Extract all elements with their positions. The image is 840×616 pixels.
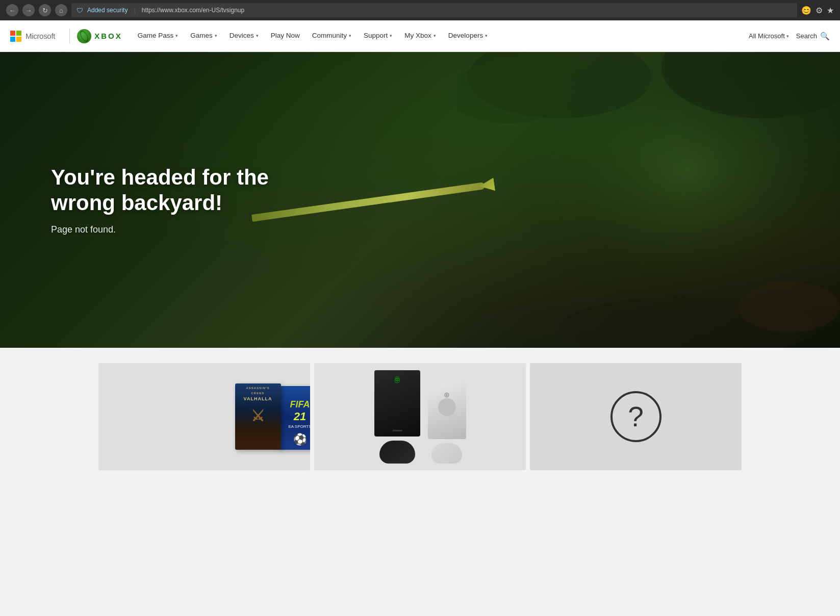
search-icon: 🔍 (820, 32, 830, 41)
favorites-icon[interactable]: ★ (827, 6, 834, 15)
nav-item-support[interactable]: Support ▾ (358, 20, 398, 52)
address-bar[interactable]: 🛡 Added security | https://www.xbox.com/… (71, 3, 797, 17)
nav-item-developers-label: Developers (448, 32, 483, 39)
nav-item-support-label: Support (364, 32, 388, 39)
games-card[interactable]: ASSASSIN'S CREED VALHALLA ⚔ FIFA 21 EA S… (98, 363, 310, 470)
xbox-series-x: ⊕ (374, 370, 420, 437)
nav-item-gamepass-label: Game Pass (138, 32, 174, 39)
nav-item-gamepass[interactable]: Game Pass ▾ (132, 20, 185, 52)
nav-item-games[interactable]: Games ▾ (184, 20, 223, 52)
back-button[interactable]: ← (6, 4, 18, 16)
shield-icon: 🛡 (77, 7, 83, 14)
all-microsoft-label: All Microsoft (749, 32, 785, 40)
home-button[interactable]: ⌂ (55, 4, 67, 16)
gamepass-chevron-icon: ▾ (175, 33, 178, 38)
nav-divider-1 (69, 29, 70, 44)
xbox-series-s (428, 383, 466, 439)
profile-icon[interactable]: 😊 (801, 6, 811, 15)
nav-right: All Microsoft ▾ Search 🔍 (749, 32, 830, 41)
hero-content: You're headed for the wrong backyard! Pa… (51, 165, 296, 235)
nav-item-myxbox[interactable]: My Xbox ▾ (398, 20, 442, 52)
cards-section: ASSASSIN'S CREED VALHALLA ⚔ FIFA 21 EA S… (0, 348, 840, 485)
microsoft-logo[interactable]: Microsoft (10, 31, 55, 42)
consoles-card[interactable]: ⊕ (314, 363, 526, 470)
nav-item-community[interactable]: Community ▾ (306, 20, 358, 52)
hero-character-svg (457, 52, 840, 348)
help-card[interactable]: ? (530, 363, 742, 470)
ac-valhalla-cover: ASSASSIN'S CREED VALHALLA ⚔ (235, 383, 281, 450)
navbar: Microsoft XBOX Game Pass ▾ Games ▾ Devic… (0, 20, 840, 52)
developers-chevron-icon: ▾ (485, 33, 488, 38)
support-chevron-icon: ▾ (390, 33, 392, 38)
hero-headline: You're headed for the wrong backyard! (51, 165, 296, 216)
nav-item-playnow[interactable]: Play Now (265, 20, 306, 52)
xbox-sphere-icon (77, 29, 91, 43)
xbox-series-x-controller (379, 441, 415, 464)
devices-chevron-icon: ▾ (256, 33, 259, 38)
security-badge: Added security (87, 7, 128, 14)
xbox-wordmark: XBOX (94, 32, 122, 40)
nav-item-devices-label: Devices (230, 32, 254, 39)
nav-item-community-label: Community (312, 32, 347, 39)
all-microsoft-link[interactable]: All Microsoft ▾ (749, 32, 789, 40)
address-divider: | (134, 7, 135, 14)
help-symbol: ? (628, 400, 644, 433)
hero-section: You're headed for the wrong backyard! Pa… (0, 52, 840, 348)
url-text: https://www.xbox.com/en-US/tvsignup (142, 7, 244, 14)
all-ms-chevron-icon: ▾ (786, 34, 789, 39)
browser-chrome: ← → ↻ ⌂ 🛡 Added security | https://www.x… (0, 0, 840, 20)
security-label: Added security (87, 7, 128, 14)
fifa21-cover: FIFA 21 EA SPORTS ⚽ (278, 386, 311, 450)
nav-item-devices[interactable]: Devices ▾ (223, 20, 265, 52)
refresh-button[interactable]: ↻ (39, 4, 51, 16)
search-button[interactable]: Search 🔍 (796, 32, 830, 41)
hero-subtext: Page not found. (51, 224, 296, 235)
nav-item-myxbox-label: My Xbox (404, 32, 431, 39)
ms-logo-grid (10, 31, 21, 42)
ac-cover-text: ASSASSIN'S CREED VALHALLA ⚔ (235, 383, 281, 429)
search-label: Search (796, 32, 817, 40)
browser-icons: 😊 ⚙ ★ (801, 6, 834, 15)
ms-logo-yellow (16, 37, 21, 42)
ms-logo-red (10, 31, 15, 36)
forward-button[interactable]: → (22, 4, 35, 16)
nav-item-developers[interactable]: Developers ▾ (442, 20, 494, 52)
extensions-icon[interactable]: ⚙ (816, 6, 823, 15)
nav-item-games-label: Games (190, 32, 213, 39)
ms-logo-green (16, 31, 21, 36)
xbox-logo[interactable]: XBOX (77, 29, 122, 43)
nav-item-playnow-label: Play Now (271, 32, 300, 39)
nav-items: Game Pass ▾ Games ▾ Devices ▾ Play Now C… (132, 20, 749, 52)
help-icon: ? (610, 391, 661, 442)
microsoft-wordmark: Microsoft (26, 32, 55, 40)
svg-point-2 (738, 281, 840, 332)
community-chevron-icon: ▾ (349, 33, 351, 38)
ms-logo-blue (10, 37, 15, 42)
myxbox-chevron-icon: ▾ (434, 33, 436, 38)
games-chevron-icon: ▾ (215, 33, 217, 38)
xbox-series-s-controller (431, 443, 462, 464)
